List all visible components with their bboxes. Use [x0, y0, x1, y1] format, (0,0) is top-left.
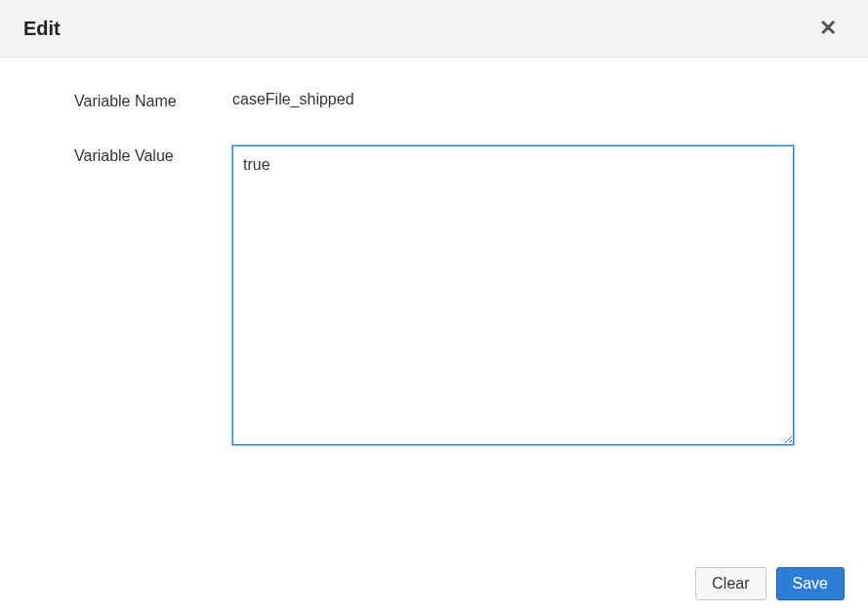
- dialog-title: Edit: [23, 18, 61, 40]
- close-icon: ✕: [819, 16, 837, 40]
- clear-button[interactable]: Clear: [695, 567, 765, 600]
- close-button[interactable]: ✕: [811, 14, 845, 43]
- variable-value-label: Variable Value: [47, 145, 232, 165]
- dialog-footer: Clear Save: [695, 567, 845, 600]
- variable-name-label: Variable Name: [47, 91, 232, 110]
- variable-value-container: [232, 145, 821, 449]
- variable-name-value: caseFile_shipped: [232, 91, 821, 108]
- variable-name-row: Variable Name caseFile_shipped: [47, 91, 821, 110]
- variable-value-row: Variable Value: [47, 145, 821, 449]
- dialog-header: Edit ✕: [0, 0, 868, 58]
- dialog-content: Variable Name caseFile_shipped Variable …: [0, 58, 868, 614]
- variable-value-input[interactable]: [232, 145, 794, 445]
- save-button[interactable]: Save: [776, 567, 845, 600]
